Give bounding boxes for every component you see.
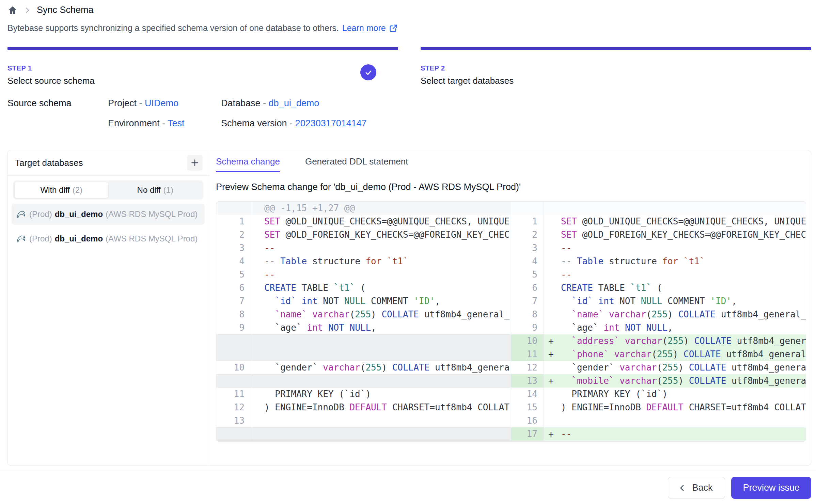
diff-row: 3-- xyxy=(216,241,511,255)
source-database-field: Database - db_ui_demo xyxy=(221,98,367,109)
diff-pane-source[interactable]: @@ -1,15 +1,27 @@1SET @OLD_UNIQUE_CHECKS… xyxy=(216,202,511,441)
home-icon[interactable] xyxy=(7,5,18,15)
step-2-progress-bar xyxy=(421,47,811,50)
diff-row: 14 PRIMARY KEY (`id`) xyxy=(511,388,806,401)
diff-row: 6CREATE TABLE `t1` ( xyxy=(216,281,511,295)
diff-row: 8 `name` varchar(255) COLLATE utf8mb4_ge… xyxy=(216,308,511,321)
environment-link[interactable]: Test xyxy=(168,118,185,128)
database-instance: (AWS RDS MySQL Prod) xyxy=(106,209,198,219)
source-environment-field: Environment - Test xyxy=(108,118,221,129)
learn-more-link[interactable]: Learn more xyxy=(342,23,398,33)
database-name: db_ui_demo xyxy=(55,234,103,243)
plus-icon xyxy=(190,158,199,167)
diff-row: 10+ `address` varchar(255) COLLATE utf8m… xyxy=(511,334,806,348)
tab-no-diff[interactable]: No diff (1) xyxy=(109,182,202,198)
schema-version-link[interactable]: 20230317014147 xyxy=(295,118,367,128)
preview-section: Schema change Generated DDL statement Pr… xyxy=(209,150,811,466)
no-diff-count: (1) xyxy=(163,185,173,195)
step-1-title: Select source schema xyxy=(7,76,95,86)
diff-row xyxy=(216,427,511,441)
workspace-panel: Target databases With diff (2) No diff (… xyxy=(7,150,811,466)
back-label: Back xyxy=(692,483,712,493)
database-label: Database - xyxy=(221,98,266,108)
database-link[interactable]: db_ui_demo xyxy=(269,98,319,108)
diff-row: 4-- Table structure for `t1` xyxy=(511,255,806,268)
database-name: db_ui_demo xyxy=(55,209,103,219)
target-databases-title: Target databases xyxy=(15,158,83,168)
step-2-title: Select target databases xyxy=(421,76,514,86)
mysql-icon xyxy=(16,209,27,220)
diff-row: @@ -1,15 +1,27 @@ xyxy=(216,202,511,215)
project-link[interactable]: UIDemo xyxy=(145,98,178,108)
with-diff-count: (2) xyxy=(73,185,82,195)
database-item[interactable]: (Prod)db_ui_demo(AWS RDS MySQL Prod) xyxy=(12,228,205,249)
diff-row: 13+ `mobile` varchar(255) COLLATE utf8mb… xyxy=(511,374,806,388)
external-link-icon xyxy=(389,23,398,33)
step-2-label: STEP 2 xyxy=(421,64,514,72)
sync-schema-page: Sync Schema Bytebase supports synchroniz… xyxy=(0,0,816,504)
step-1-complete-check-icon xyxy=(360,64,376,80)
diff-row: 2SET @OLD_FOREIGN_KEY_CHECKS=@@FOREIGN_K… xyxy=(511,228,806,241)
page-title: Sync Schema xyxy=(37,5,94,15)
diff-row: 5-- xyxy=(216,268,511,281)
back-button[interactable]: Back xyxy=(668,477,725,499)
diff-row: 6CREATE TABLE `t1` ( xyxy=(511,281,806,295)
step-1-label: STEP 1 xyxy=(7,64,95,72)
diff-row: 4-- Table structure for `t1` xyxy=(216,255,511,268)
diff-row: 9 `age` int NOT NULL, xyxy=(216,321,511,334)
intro: Bytebase supports synchronizing a specif… xyxy=(7,23,398,33)
footer-actions: Back Preview issue xyxy=(668,477,811,499)
diff-row: 10 `gender` varchar(255) COLLATE utf8mb4… xyxy=(216,361,511,374)
database-item[interactable]: (Prod)db_ui_demo(AWS RDS MySQL Prod) xyxy=(12,204,205,225)
diff-row: 13 xyxy=(216,414,511,427)
step-1: STEP 1 Select source schema xyxy=(7,47,398,86)
diff-row: 16 xyxy=(511,414,806,427)
source-project-field: Project - UIDemo xyxy=(108,98,221,109)
diff-pane-target[interactable]: 1SET @OLD_UNIQUE_CHECKS=@@UNIQUE_CHECKS,… xyxy=(511,202,806,441)
tab-schema-change[interactable]: Schema change xyxy=(216,156,280,172)
diff-row: 12) ENGINE=InnoDB DEFAULT CHARSET=utf8mb… xyxy=(216,401,511,414)
database-environment: (Prod) xyxy=(29,209,52,219)
with-diff-label: With diff xyxy=(40,185,69,195)
footer-divider xyxy=(0,471,816,471)
diff-row xyxy=(216,374,511,388)
tab-with-diff[interactable]: With diff (2) xyxy=(14,182,109,198)
diff-row: 7 `id` int NOT NULL COMMENT 'ID', xyxy=(216,295,511,308)
diff-row xyxy=(511,202,806,215)
preview-issue-button[interactable]: Preview issue xyxy=(731,477,811,499)
schema-version-label: Schema version - xyxy=(221,118,293,128)
preview-issue-label: Preview issue xyxy=(743,483,800,493)
diff-row: 9 `age` int NOT NULL, xyxy=(511,321,806,334)
step-1-progress-bar xyxy=(7,47,398,50)
source-schema-version-field: Schema version - 20230317014147 xyxy=(221,118,367,129)
database-instance: (AWS RDS MySQL Prod) xyxy=(106,234,198,243)
diff-row: 15) ENGINE=InnoDB DEFAULT CHARSET=utf8mb… xyxy=(511,401,806,414)
source-schema-summary: Source schema Project - UIDemo Database … xyxy=(7,98,367,129)
no-diff-label: No diff xyxy=(137,185,161,195)
diff-row: 12 `gender` varchar(255) COLLATE utf8mb4… xyxy=(511,361,806,374)
preview-title: Preview Schema change for 'db_ui_demo (P… xyxy=(216,182,807,192)
diff-row xyxy=(216,334,511,361)
diff-row: 8 `name` varchar(255) COLLATE utf8mb4_ge… xyxy=(511,308,806,321)
add-target-database-button[interactable] xyxy=(187,155,203,171)
project-label: Project - xyxy=(108,98,142,108)
learn-more-label: Learn more xyxy=(342,23,386,33)
diff-filter-tabs: With diff (2) No diff (1) xyxy=(13,180,203,200)
schema-diff-viewer: @@ -1,15 +1,27 @@1SET @OLD_UNIQUE_CHECKS… xyxy=(216,201,806,442)
tab-generated-ddl[interactable]: Generated DDL statement xyxy=(305,156,408,172)
mysql-icon xyxy=(16,233,27,244)
diff-row: 7 `id` int NOT NULL COMMENT 'ID', xyxy=(511,295,806,308)
diff-row: 1SET @OLD_UNIQUE_CHECKS=@@UNIQUE_CHECKS,… xyxy=(511,215,806,228)
diff-row: 11 PRIMARY KEY (`id`) xyxy=(216,388,511,401)
diff-row: 2SET @OLD_FOREIGN_KEY_CHECKS=@@FOREIGN_K… xyxy=(216,228,511,241)
source-schema-label: Source schema xyxy=(7,98,108,109)
diff-row: 17+-- xyxy=(511,427,806,441)
step-indicator: STEP 1 Select source schema STEP 2 Selec… xyxy=(7,47,811,86)
intro-text: Bytebase supports synchronizing a specif… xyxy=(7,23,339,33)
diff-row: 3-- xyxy=(511,241,806,255)
database-environment: (Prod) xyxy=(29,234,52,243)
chevron-left-icon xyxy=(678,484,687,492)
breadcrumb: Sync Schema xyxy=(7,5,94,15)
target-databases-panel: Target databases With diff (2) No diff (… xyxy=(7,150,209,466)
preview-tabs: Schema change Generated DDL statement xyxy=(216,156,807,172)
